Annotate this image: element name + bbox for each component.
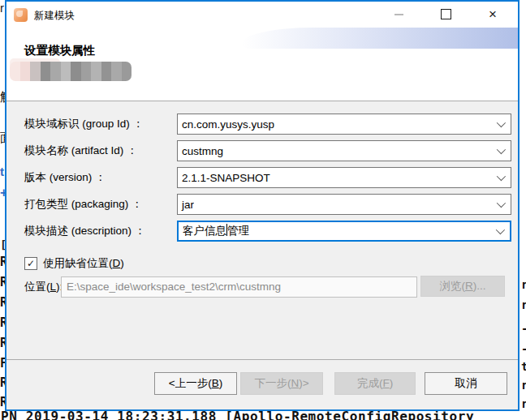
close-button[interactable]: × [479,3,507,25]
redaction-block [10,62,20,81]
titlebar[interactable]: 新建模块 × [6,2,518,28]
redaction-block [101,62,112,81]
bg-text-fragment: t [0,165,4,178]
form-area: 模块域标识 (group Id) ： cn.com.yusys.yusp 模块名… [6,101,518,359]
back-button[interactable]: <上一步(B) [154,372,237,395]
use-default-location-row: ✓ 使用缺省位置(D) [24,256,124,271]
bg-text-fragment: - [521,323,526,334]
close-icon: × [489,7,497,21]
button-bar: <上一步(B) 下一步(N)> 完成(F) 取消 [6,360,518,409]
chevron-down-icon[interactable] [497,145,506,154]
redaction-block [50,62,61,81]
minimize-icon [394,14,403,15]
window-title: 新建模块 [34,9,75,23]
redaction-block [41,62,51,81]
wizard-step-heading: 设置模块属性 [24,43,95,58]
redaction-block [122,62,132,81]
finish-button[interactable]: 完成(F) [334,372,416,395]
description-combobox[interactable]: 客户信息管理 [177,221,511,242]
artifact-id-value: custmng [178,145,223,157]
wizard-banner: 设置模块属性 [6,28,518,101]
bg-text-fragment: r [521,299,526,311]
redaction-block [111,62,122,81]
packaging-label: 打包类型 (packaging) ： [24,194,143,215]
bg-text-fragment: r [0,2,4,14]
chevron-down-icon[interactable] [497,118,506,127]
cancel-button[interactable]: 取消 [425,372,507,395]
use-default-location-label: 使用缺省位置(D) [43,256,124,271]
description-label: 模块描述 (description) ： [24,221,145,242]
redaction-block [20,62,31,81]
bg-text-fragment: r [521,379,526,391]
chevron-down-icon[interactable] [496,225,505,234]
new-module-wizard-dialog: 新建模块 × 设置模块属性 模块域标识 (group Id) ： cn.com.… [5,0,520,411]
check-icon: ✓ [27,259,35,268]
minimize-button[interactable] [385,3,412,25]
artifact-id-combobox[interactable]: custmng [177,140,511,161]
bg-text-fragment: - [521,343,526,354]
chevron-down-icon[interactable] [497,172,506,181]
maximize-icon [441,9,451,19]
browse-button[interactable]: 浏览(R)... [420,276,505,297]
redaction-block [81,62,92,81]
redaction-block [61,62,71,81]
group-id-combobox[interactable]: cn.com.yusys.yusp [177,114,511,135]
location-label: 位置(L): [24,276,63,298]
packaging-value: jar [178,199,194,211]
artifact-id-label: 模块名称 (artifact Id) ： [24,140,138,161]
version-combobox[interactable]: 2.1.1-SNAPSHOT [177,167,511,188]
maximize-button[interactable] [432,3,459,25]
chevron-down-icon[interactable] [497,199,506,208]
version-label: 版本 (version) ： [24,167,106,188]
next-button[interactable]: 下一步(N)> [240,372,323,395]
group-id-value: cn.com.yusys.yusp [178,118,274,131]
bg-text-fragment: t [521,361,526,372]
new-module-wizard-icon [14,8,28,22]
use-default-location-checkbox[interactable]: ✓ [24,257,37,270]
packaging-combobox[interactable]: jar [177,194,511,215]
bg-text-fragment: r [521,398,526,409]
description-value: 客户信息管理 [179,224,249,238]
version-value: 2.1.1-SNAPSHOT [178,172,270,184]
redaction-block [91,62,101,81]
redaction-block [30,62,41,81]
location-input[interactable]: E:\space_ide\workspace_test2\crm\custmng [61,276,417,298]
bg-text-fragment: r [521,279,526,290]
redacted-text-block [10,62,132,81]
screen: { "window": { "title": "新建模块", "icon_nam… [0,0,526,420]
group-id-label: 模块域标识 (group Id) ： [24,114,144,135]
redaction-block [71,62,81,81]
banner-swoosh-graphic [242,28,518,49]
